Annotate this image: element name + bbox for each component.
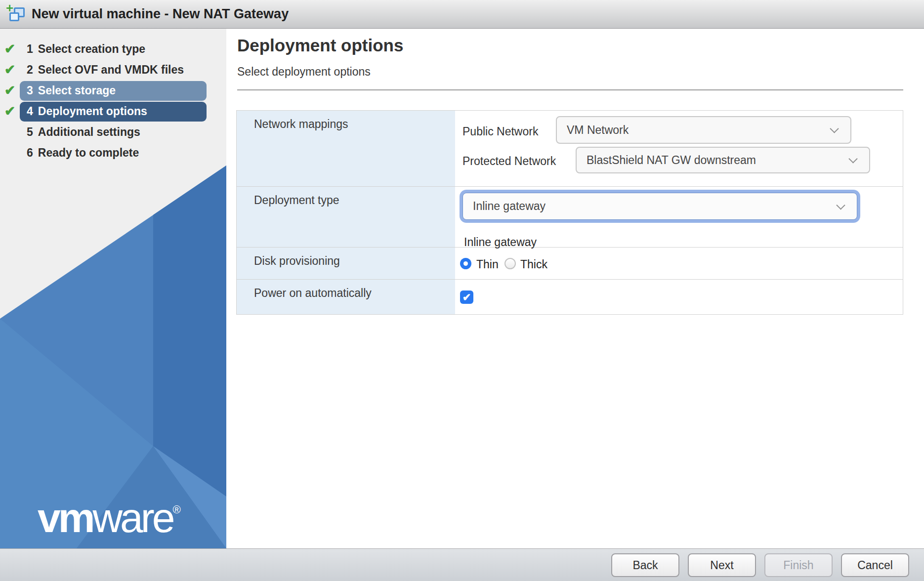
thin-radio-label[interactable]: Thin — [476, 258, 499, 271]
chevron-down-icon — [836, 201, 845, 209]
power-on-checkbox[interactable]: ✔ — [460, 290, 473, 304]
row-deployment-type: Deployment type Inline gateway Inline ga… — [237, 187, 903, 248]
deployment-options-table: Network mappings Public Network VM Netwo… — [236, 110, 903, 315]
check-icon: ✔ — [0, 105, 20, 118]
step-label: Select creation type — [38, 42, 145, 56]
window-title: New virtual machine - New NAT Gateway — [32, 6, 289, 22]
step-select-creation-type[interactable]: ✔ 1Select creation type — [0, 39, 226, 59]
check-icon: ✔ — [0, 63, 20, 77]
deployment-type-value: Inline gateway — [473, 200, 546, 213]
step-select-storage[interactable]: ✔ 3Select storage — [0, 81, 226, 101]
step-deployment-options[interactable]: ✔ 4Deployment options — [0, 101, 226, 122]
deployment-type-select[interactable]: Inline gateway — [462, 193, 857, 220]
chevron-down-icon — [830, 124, 839, 133]
page-subtitle: Select deployment options — [237, 65, 371, 79]
next-button[interactable]: Next — [688, 553, 756, 577]
disk-provisioning-label: Disk provisioning — [237, 248, 455, 279]
vmware-logo: vmware® — [38, 497, 181, 539]
step-additional-settings[interactable]: 5Additional settings — [0, 122, 226, 142]
thick-radio-label[interactable]: Thick — [520, 258, 547, 271]
wizard-content: Deployment options Select deployment opt… — [226, 29, 924, 548]
step-label: Ready to complete — [38, 146, 139, 160]
protected-network-value: BlastShield NAT GW downstream — [587, 154, 756, 167]
protected-network-label: Protected Network — [462, 155, 556, 168]
public-network-value: VM Network — [567, 124, 629, 137]
check-icon: ✔ — [0, 84, 20, 97]
thin-radio[interactable] — [460, 258, 471, 269]
chevron-down-icon — [848, 154, 857, 163]
step-label: Additional settings — [38, 125, 140, 139]
new-vm-icon: + — [7, 5, 27, 24]
step-label: Deployment options — [38, 105, 147, 118]
row-power-on: Power on automatically ✔ — [237, 280, 903, 314]
wizard-sidebar: ✔ 1Select creation type ✔ 2Select OVF an… — [0, 29, 226, 548]
wizard-footer: Back Next Finish Cancel — [0, 548, 924, 581]
power-on-label: Power on automatically — [237, 280, 455, 314]
row-disk-provisioning: Disk provisioning Thin Thick — [237, 248, 903, 280]
title-divider — [237, 89, 903, 90]
public-network-label: Public Network — [462, 125, 538, 138]
page-title: Deployment options — [237, 36, 403, 55]
wizard-steps: ✔ 1Select creation type ✔ 2Select OVF an… — [0, 39, 226, 164]
thick-radio[interactable] — [504, 258, 516, 269]
window-titlebar: + New virtual machine - New NAT Gateway — [0, 0, 924, 29]
step-label: Select OVF and VMDK files — [38, 63, 184, 77]
deployment-type-label: Deployment type — [237, 187, 455, 247]
back-button[interactable]: Back — [611, 553, 679, 577]
cancel-button[interactable]: Cancel — [841, 553, 909, 577]
finish-button: Finish — [764, 553, 833, 577]
protected-network-select[interactable]: BlastShield NAT GW downstream — [576, 147, 870, 173]
step-ready-to-complete[interactable]: 6Ready to complete — [0, 143, 226, 163]
step-label: Select storage — [38, 84, 116, 97]
row-network-mappings: Network mappings Public Network VM Netwo… — [237, 111, 903, 187]
check-icon: ✔ — [0, 42, 20, 56]
public-network-select[interactable]: VM Network — [556, 116, 851, 144]
step-select-ovf-vmdk[interactable]: ✔ 2Select OVF and VMDK files — [0, 60, 226, 80]
deployment-type-description: Inline gateway — [464, 236, 537, 249]
network-mappings-label: Network mappings — [237, 111, 455, 186]
